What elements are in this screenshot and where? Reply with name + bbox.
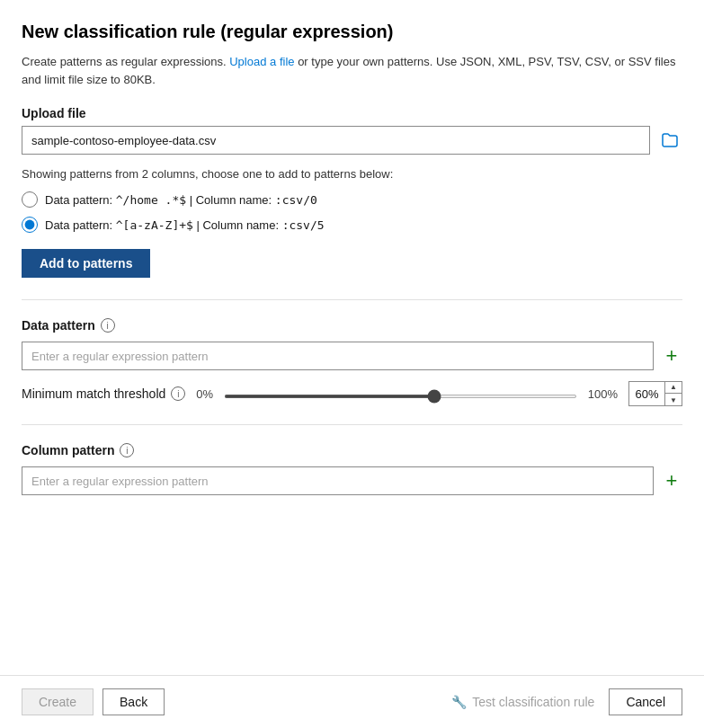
divider-1 [22, 299, 682, 300]
data-pattern-section: Data pattern i + Minimum match threshold… [22, 318, 682, 406]
divider-2 [22, 424, 682, 425]
upload-link[interactable]: Upload a file [229, 55, 294, 68]
back-button[interactable]: Back [102, 688, 165, 715]
data-pattern-input[interactable] [22, 342, 654, 370]
page-title: New classification rule (regular express… [22, 22, 682, 42]
footer-right: 🔧 Test classification rule Cancel [451, 688, 682, 715]
column-pattern-input[interactable] [22, 466, 654, 495]
upload-file-label: Upload file [22, 106, 682, 120]
threshold-value-text: 60% [629, 387, 664, 401]
add-column-pattern-button[interactable]: + [661, 470, 682, 492]
cancel-button[interactable]: Cancel [609, 688, 682, 715]
browse-folder-button[interactable] [657, 128, 682, 153]
threshold-slider-container [224, 386, 577, 401]
upload-row [22, 126, 682, 155]
threshold-decrement-button[interactable]: ▼ [665, 394, 682, 406]
radio-pattern1-label: Data pattern: ^/home .*$ | Column name: … [45, 193, 317, 207]
threshold-increment-button[interactable]: ▲ [665, 381, 682, 394]
threshold-spinner: ▲ ▼ [664, 381, 682, 406]
column-pattern-info-icon[interactable]: i [120, 443, 134, 457]
radio-pattern2[interactable] [22, 217, 38, 233]
threshold-value-box: 60% ▲ ▼ [628, 381, 682, 406]
footer-left: Create Back [22, 688, 442, 715]
column-pattern-section: Column pattern i + [22, 443, 682, 495]
threshold-row: Minimum match threshold i 0% 100% 60% ▲ … [22, 381, 682, 406]
data-pattern-input-row: + [22, 342, 682, 370]
column-pattern-input-row: + [22, 466, 682, 495]
add-data-pattern-button[interactable]: + [661, 345, 682, 367]
upload-file-input[interactable] [22, 126, 650, 155]
wrench-icon: 🔧 [451, 695, 467, 709]
threshold-min-label: 0% [196, 387, 213, 401]
test-classification-button[interactable]: 🔧 Test classification rule [451, 695, 594, 709]
data-pattern-label: Data pattern [22, 318, 95, 333]
radio-pattern2-label: Data pattern: ^[a-zA-Z]+$ | Column name:… [45, 218, 325, 232]
threshold-info-icon[interactable]: i [171, 386, 185, 401]
create-button: Create [22, 688, 94, 715]
data-pattern-info-icon[interactable]: i [101, 318, 115, 333]
patterns-note: Showing patterns from 2 columns, choose … [22, 167, 682, 181]
radio-option-1[interactable]: Data pattern: ^/home .*$ | Column name: … [22, 191, 682, 208]
footer: Create Back 🔧 Test classification rule C… [0, 675, 704, 728]
threshold-slider[interactable] [224, 395, 577, 398]
threshold-max-label: 100% [588, 387, 618, 401]
column-pattern-label: Column pattern [22, 443, 114, 457]
description: Create patterns as regular expressions. … [22, 53, 682, 88]
threshold-label: Minimum match threshold i [22, 386, 185, 401]
add-to-patterns-button[interactable]: Add to patterns [22, 249, 150, 278]
radio-pattern1[interactable] [22, 191, 38, 208]
radio-option-2[interactable]: Data pattern: ^[a-zA-Z]+$ | Column name:… [22, 217, 682, 233]
